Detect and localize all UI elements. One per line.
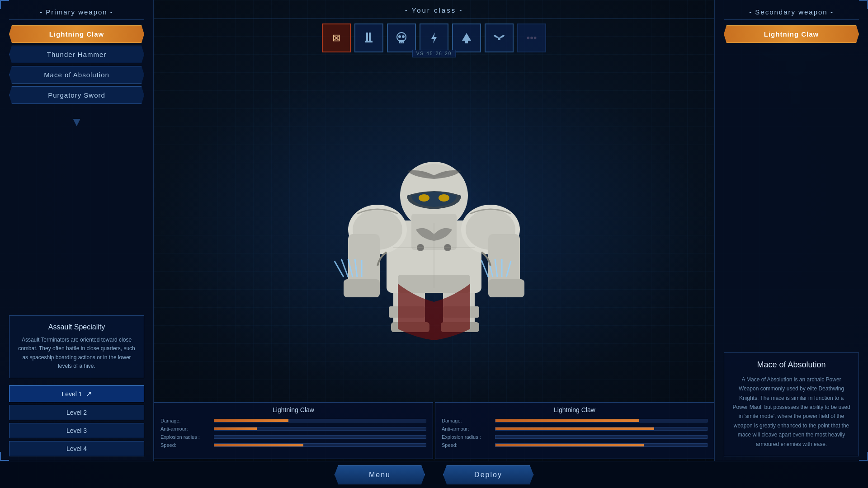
- level-list: Level 1 ↗ Level 2 Level 3 Level 4: [9, 385, 144, 456]
- main-layout: - Primary weapon - Lightning Claw Thunde…: [0, 0, 868, 488]
- weapon-lightning-claw[interactable]: Lightning Claw: [9, 25, 144, 43]
- right-panel: - Secondary weapon - Lightning Claw Mace…: [714, 0, 868, 461]
- stat-label-explosion-1: Explosion radius :: [442, 434, 491, 440]
- class-icon-ammo[interactable]: [354, 23, 383, 52]
- stat-speed-1: Speed:: [442, 442, 708, 448]
- stat-label-damage-0: Damage:: [160, 418, 210, 423]
- stat-bar-fill-damage-1: [495, 419, 639, 422]
- weapon-purgatory-sword[interactable]: Purgatory Sword: [9, 86, 144, 104]
- character-view: [154, 57, 714, 402]
- stat-speed-0: Speed:: [160, 442, 426, 448]
- stat-bar-bg-antiarmour-1: [495, 427, 708, 431]
- stat-label-antiarmour-1: Anti-armour:: [442, 426, 491, 432]
- stat-damage-0: Damage:: [160, 418, 426, 423]
- svg-point-5: [402, 35, 405, 38]
- level-2-item[interactable]: Level 2: [9, 405, 144, 420]
- class-icon-extra[interactable]: •••: [517, 23, 546, 52]
- vs-badge: VS-45-26-20: [412, 50, 456, 57]
- main-row: - Primary weapon - Lightning Claw Thunde…: [0, 0, 868, 461]
- weapon-mace-of-absolution[interactable]: Mace of Absolution: [9, 66, 144, 84]
- level-1-label: Level 1: [61, 390, 82, 398]
- stat-label-explosion-0: Explosion radius :: [160, 434, 210, 440]
- svg-rect-2: [365, 41, 373, 42]
- secondary-weapon-header: - Secondary weapon -: [724, 5, 859, 20]
- stat-bar-bg-speed-0: [214, 443, 426, 447]
- svg-point-12: [498, 38, 500, 40]
- menu-button[interactable]: Menu: [335, 465, 425, 484]
- stat-explosion-1: Explosion radius :: [442, 434, 708, 440]
- level-1-row: Level 1 ↗: [17, 389, 137, 398]
- stat-bar-bg-damage-0: [214, 419, 426, 422]
- level-3-item[interactable]: Level 3: [9, 423, 144, 438]
- cursor-icon: ↗: [86, 389, 92, 398]
- svg-rect-11: [465, 41, 468, 43]
- stat-damage-1: Damage:: [442, 418, 708, 423]
- class-icon-skull[interactable]: [387, 23, 416, 52]
- desc-corner-tr: [859, 0, 868, 9]
- stat-antiarmour-1: Anti-armour:: [442, 426, 708, 432]
- stat-label-speed-0: Speed:: [160, 442, 210, 448]
- desc-corner-tl: [0, 0, 9, 9]
- weapon-desc-title: Mace of Absolution: [731, 360, 851, 370]
- speciality-description: Assault Terminators are oriented toward …: [17, 336, 137, 371]
- desc-corner-bl: [0, 452, 9, 461]
- right-weapon-stats: Lightning Claw Damage: Anti-armour: Expl…: [435, 402, 714, 459]
- level-4-item[interactable]: Level 4: [9, 441, 144, 456]
- class-header: - Your class -: [154, 0, 714, 19]
- stat-label-speed-1: Speed:: [442, 442, 491, 448]
- svg-point-32: [419, 194, 429, 202]
- stat-bar-bg-antiarmour-0: [214, 427, 426, 431]
- stat-antiarmour-0: Anti-armour:: [160, 426, 426, 432]
- weapon-description-box: Mace of Absolution A Mace of Absolution …: [724, 352, 859, 456]
- secondary-weapon-list: Lightning Claw: [724, 25, 859, 43]
- desc-corner-br: [859, 452, 868, 461]
- stat-bar-bg-explosion-1: [495, 435, 708, 439]
- stat-bar-bg-speed-1: [495, 443, 708, 447]
- svg-point-4: [398, 35, 401, 38]
- class-icon-arrow-up[interactable]: [452, 23, 481, 52]
- center-panel: - Your class - ⊠: [154, 0, 714, 461]
- stat-label-damage-1: Damage:: [442, 418, 491, 423]
- secondary-weapon-lightning-claw[interactable]: Lightning Claw: [724, 25, 859, 43]
- right-weapon-title: Lightning Claw: [442, 406, 708, 413]
- left-weapon-title: Lightning Claw: [160, 406, 426, 413]
- class-icon-wings[interactable]: [485, 23, 514, 52]
- svg-rect-0: [366, 33, 368, 42]
- weapon-thunder-hammer[interactable]: Thunder Hammer: [9, 46, 144, 63]
- weapon-desc-text: A Mace of Absolution is an archaic Power…: [731, 375, 851, 449]
- svg-rect-1: [369, 33, 371, 42]
- svg-rect-29: [488, 279, 524, 297]
- svg-rect-40: [791, 90, 800, 104]
- weapon-stats-row: Lightning Claw Damage: Anti-armour: Expl…: [154, 402, 714, 461]
- primary-weapon-header: - Primary weapon -: [9, 5, 144, 20]
- stat-bar-fill-damage-0: [214, 419, 288, 422]
- level-1-item[interactable]: Level 1 ↗: [9, 385, 144, 402]
- stat-bar-fill-speed-1: [495, 444, 644, 446]
- svg-point-33: [439, 194, 449, 202]
- speciality-title: Assault Speciality: [17, 323, 137, 331]
- svg-rect-28: [344, 279, 380, 297]
- stat-bar-fill-antiarmour-1: [495, 427, 654, 430]
- character-svg: [154, 57, 714, 402]
- left-weapon-stats: Lightning Claw Damage: Anti-armour: Expl…: [154, 402, 433, 459]
- arrow-down-icon: ▼: [9, 115, 144, 129]
- stat-bar-bg-explosion-0: [214, 435, 426, 439]
- stat-explosion-0: Explosion radius :: [160, 434, 426, 440]
- stat-bar-fill-antiarmour-0: [214, 427, 257, 430]
- speciality-box: Assault Speciality Assault Terminators a…: [9, 315, 144, 378]
- primary-weapon-list: Lightning Claw Thunder Hammer Mace of Ab…: [9, 25, 144, 104]
- stat-label-antiarmour-0: Anti-armour:: [160, 426, 210, 432]
- class-icon-cross[interactable]: ⊠: [322, 23, 351, 52]
- bottom-bar: Menu Deploy: [0, 461, 868, 488]
- stat-bar-bg-damage-1: [495, 419, 708, 422]
- stat-bar-fill-speed-0: [214, 444, 303, 446]
- svg-marker-9: [431, 33, 437, 43]
- deploy-button[interactable]: Deploy: [443, 465, 533, 484]
- class-icon-lightning[interactable]: [420, 23, 448, 52]
- left-panel: - Primary weapon - Lightning Claw Thunde…: [0, 0, 154, 461]
- svg-marker-10: [462, 33, 471, 41]
